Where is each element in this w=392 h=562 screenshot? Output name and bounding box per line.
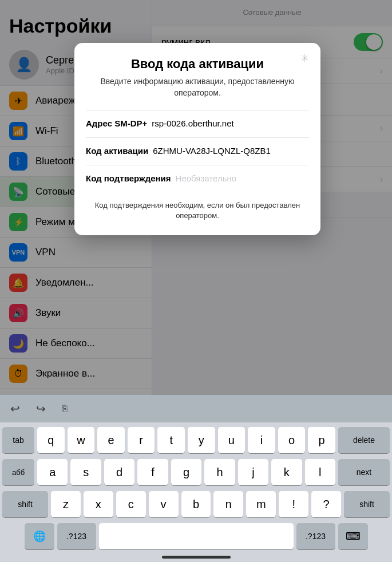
x-key[interactable]: x [84, 491, 113, 517]
paste-button[interactable]: ⎘ [58, 401, 71, 416]
modal-note: Код подтверждения необходим, если он был… [86, 192, 309, 223]
globe-key[interactable]: 🌐 [25, 523, 54, 549]
delete-key[interactable]: delete [338, 427, 390, 453]
s-key[interactable]: s [70, 459, 101, 485]
p-key[interactable]: p [308, 427, 335, 453]
u-key[interactable]: u [218, 427, 246, 453]
num-right-key[interactable]: .?123 [296, 523, 335, 549]
v-key[interactable]: v [149, 491, 179, 517]
j-key[interactable]: j [238, 459, 268, 485]
w-key[interactable]: w [68, 427, 95, 453]
confirmation-code-field[interactable]: Код подтверждения Необязательно [86, 165, 309, 192]
f-key[interactable]: f [137, 459, 168, 485]
key-row-1: tab q w e r t y u i o p delete [2, 427, 390, 453]
r-key[interactable]: r [128, 427, 155, 453]
keyboard-hide-key[interactable]: ⌨ [338, 523, 368, 549]
num-left-key[interactable]: .?123 [57, 523, 96, 549]
activation-code-field[interactable]: Код активации 6ZHMU-VA28J-LQNZL-Q8ZB1 [86, 137, 309, 165]
activation-modal: ✳ Ввод кода активации Введите информацию… [74, 43, 320, 235]
confirmation-code-label: Код подтверждения [86, 173, 171, 183]
exclaim-key[interactable]: ! [279, 491, 308, 517]
z-key[interactable]: z [51, 491, 81, 517]
smdp-value: rsp-0026.oberthur.net [152, 118, 233, 128]
shift-left-key[interactable]: shift [2, 491, 48, 517]
n-key[interactable]: n [213, 491, 243, 517]
y-key[interactable]: y [188, 427, 215, 453]
b-key[interactable]: b [181, 491, 211, 517]
key-row-3: shift z x c v b n m ! ? shift [2, 491, 390, 517]
q-key[interactable]: q [37, 427, 65, 453]
spinner-icon: ✳ [300, 52, 309, 65]
activation-code-value: 6ZHMU-VA28J-LQNZL-Q8ZB1 [153, 146, 271, 156]
k-key[interactable]: k [271, 459, 302, 485]
a-key[interactable]: a [37, 459, 68, 485]
keyboard: ↩ ↪ ⎘ tab q w e r t y u i o p delete абб… [0, 395, 392, 562]
h-key[interactable]: h [204, 459, 235, 485]
m-key[interactable]: m [246, 491, 276, 517]
question-key[interactable]: ? [311, 491, 341, 517]
e-key[interactable]: e [97, 427, 125, 453]
confirmation-code-placeholder: Необязательно [176, 173, 237, 183]
t-key[interactable]: t [157, 427, 185, 453]
home-indicator [162, 556, 231, 559]
key-row-4: 🌐 .?123 .?123 ⌨ [2, 523, 390, 549]
modal-title: Ввод кода активации [86, 57, 309, 72]
keyboard-toolbar: ↩ ↪ ⎘ [0, 395, 392, 422]
undo-button[interactable]: ↩ [7, 399, 23, 418]
activation-code-label: Код активации [86, 146, 148, 156]
o-key[interactable]: o [278, 427, 306, 453]
space-key[interactable] [99, 523, 294, 549]
d-key[interactable]: d [104, 459, 134, 485]
g-key[interactable]: g [171, 459, 201, 485]
smdp-field[interactable]: Адрес SM-DP+ rsp-0026.oberthur.net [86, 110, 309, 137]
keyboard-rows: tab q w e r t y u i o p delete абб a s d… [0, 422, 392, 552]
key-row-2: абб a s d f g h j k l next [2, 459, 390, 485]
smdp-label: Адрес SM-DP+ [86, 118, 147, 128]
shift-right-key[interactable]: shift [344, 491, 390, 517]
redo-button[interactable]: ↪ [33, 399, 49, 418]
c-key[interactable]: c [116, 491, 146, 517]
next-key[interactable]: next [338, 459, 390, 485]
l-key[interactable]: l [305, 459, 335, 485]
i-key[interactable]: i [248, 427, 275, 453]
abc-key[interactable]: абб [2, 459, 34, 485]
tab-key[interactable]: tab [2, 427, 34, 453]
modal-subtitle: Введите информацию активации, предоставл… [86, 76, 309, 98]
